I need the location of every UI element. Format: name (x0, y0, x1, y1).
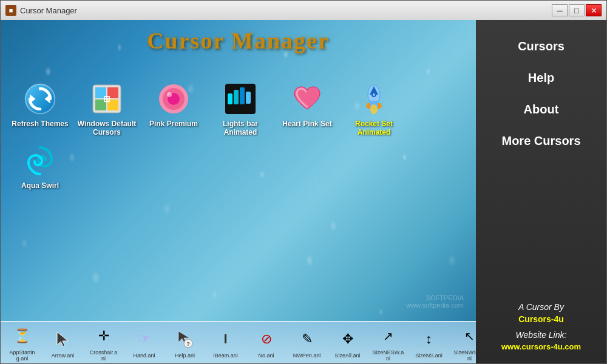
theme-aqua-swirl[interactable]: Aqua Swirl (10, 143, 70, 190)
svg-rect-17 (246, 92, 251, 104)
cursor-strip: ⏳ AppStarting.ani Arrow.ani ✛ Crosshair.… (1, 321, 476, 363)
windows-default-icon: ⊞ (89, 81, 125, 117)
right-footer: A Cursor By Cursors-4u Website Link: www… (482, 290, 600, 351)
cursor-file-crosshair[interactable]: ✛ Crosshair.ani (87, 324, 120, 362)
cursor-name-ibeam: IBeam.ani (213, 352, 238, 359)
main-content: Cursor Manager (1, 20, 606, 363)
theme-heart-pink-set-label: Heart Pink Set (282, 120, 331, 128)
cursor-name-sizeall: SizeAll.ani (334, 352, 360, 359)
cursor-file-no[interactable]: ⊘ No.ani (249, 327, 283, 359)
maximize-button[interactable]: □ (569, 4, 585, 16)
nav-more-cursors[interactable]: More Cursors (482, 127, 600, 155)
svg-rect-14 (228, 93, 232, 104)
svg-point-23 (370, 104, 378, 114)
svg-point-12 (167, 92, 172, 97)
watermark-line2: www.softpedia.com (406, 302, 464, 309)
svg-rect-15 (234, 90, 239, 104)
lights-bar-animated-icon (222, 81, 259, 117)
heart-pink-set-icon (289, 81, 325, 117)
cursor-preview-sizens: ↕ (417, 327, 441, 351)
cursor-preview-help: ? (173, 327, 197, 351)
cursor-name-sizens: SizeNS.ani (415, 352, 443, 359)
svg-rect-16 (240, 87, 245, 104)
theme-heart-pink-set[interactable]: Heart Pink Set (277, 81, 337, 136)
cursor-file-sizenesw[interactable]: ↗ SizeNESW.ani (371, 324, 405, 362)
svg-text:⊞: ⊞ (103, 94, 110, 104)
theme-windows-default-label: Windows Default Cursors (76, 120, 137, 136)
cursor-file-appstarting[interactable]: ⏳ AppStarting.ani (5, 324, 39, 362)
cursor-preview-hand: ☞ (132, 327, 157, 351)
cursor-name-crosshair: Crosshair.ani (90, 349, 118, 362)
left-panel: Cursor Manager (1, 20, 476, 363)
rocket-set-animated-icon (356, 81, 392, 117)
close-button[interactable]: ✕ (586, 4, 602, 16)
cursor-name-arrow: Arrow.ani (52, 352, 75, 359)
theme-pink-premium[interactable]: Pink Premium (143, 81, 204, 136)
app-icon: ■ (5, 5, 16, 16)
cursor-preview-no: ⊘ (254, 327, 279, 351)
theme-pink-premium-label: Pink Premium (149, 120, 198, 128)
svg-point-25 (373, 93, 375, 96)
minimize-button[interactable]: ─ (552, 4, 568, 16)
theme-lights-bar-animated-label: Lights bar Animated (210, 120, 271, 136)
app-window: ■ Cursor Manager ─ □ ✕ Cursor Manager (0, 0, 607, 364)
cursor-file-sizeall[interactable]: ✥ SizeAll.ani (331, 327, 364, 359)
cursor-preview-sizenewse: ↖ (458, 324, 476, 348)
cursor-name-nwpen: NWPen.ani (293, 352, 321, 359)
nav-about[interactable]: About (482, 95, 600, 124)
cursor-name-sizenewse: SizeNWSE.ani (453, 349, 476, 362)
cursor-name-no: No.ani (258, 352, 274, 359)
svg-marker-27 (57, 332, 68, 346)
nav-help[interactable]: Help (482, 64, 600, 92)
app-title: Cursor Manager (147, 27, 330, 54)
svg-marker-21 (366, 103, 370, 109)
theme-lights-bar-animated[interactable]: Lights bar Animated (210, 81, 271, 136)
theme-rocket-set-animated-label: Rocket Set Animated (344, 120, 404, 136)
window-controls: ─ □ ✕ (552, 4, 602, 16)
refresh-icon (22, 81, 58, 117)
cursor-file-arrow[interactable]: Arrow.ani (46, 327, 80, 359)
footer-credit-label: A Cursor By (482, 302, 600, 312)
cursor-preview-ibeam: I (214, 327, 238, 351)
watermark-line1: SOFTPEDIA (406, 294, 464, 302)
theme-refresh-label: Refresh Themes (12, 120, 68, 128)
theme-aqua-swirl-label: Aqua Swirl (21, 181, 59, 190)
cursor-file-ibeam[interactable]: I IBeam.ani (209, 327, 242, 359)
watermark: SOFTPEDIA www.softpedia.com (406, 294, 464, 309)
right-panel: Cursors Help About More Cursors A Cursor… (476, 20, 606, 363)
cursor-preview-crosshair: ✛ (92, 324, 116, 348)
aqua-swirl-icon (22, 143, 58, 179)
cursor-name-hand: Hand.ani (133, 352, 155, 359)
titlebar: ■ Cursor Manager ─ □ ✕ (1, 1, 606, 20)
cursor-name-appstarting: AppStarting.ani (9, 349, 35, 362)
nav-cursors[interactable]: Cursors (482, 32, 600, 61)
cursor-preview-arrow (51, 327, 75, 351)
cursor-file-hand[interactable]: ☞ Hand.ani (127, 327, 161, 359)
cursor-file-help[interactable]: ? Help.ani (168, 327, 202, 359)
theme-windows-default[interactable]: ⊞ Windows Default Cursors (76, 81, 137, 136)
cursor-preview-sizenesw: ↗ (376, 324, 401, 348)
cursor-file-sizenewse[interactable]: ↖ SizeNWSE.ani (453, 324, 476, 362)
cursor-file-sizens[interactable]: ↕ SizeNS.ani (412, 327, 446, 359)
cursor-preview-appstarting: ⏳ (10, 324, 35, 348)
cursor-name-sizenesw: SizeNESW.ani (373, 349, 404, 362)
footer-website-label: Website Link: (482, 330, 600, 340)
cursor-preview-sizeall: ✥ (336, 327, 360, 351)
svg-marker-22 (378, 103, 382, 109)
footer-credit-link[interactable]: Cursors-4u (482, 314, 600, 324)
themes-grid: Refresh Themes ⊞ Windows (7, 78, 470, 193)
theme-refresh[interactable]: Refresh Themes (10, 81, 70, 136)
pink-premium-icon (155, 81, 192, 117)
titlebar-left: ■ Cursor Manager (5, 5, 77, 16)
window-title: Cursor Manager (20, 6, 77, 15)
svg-text:?: ? (186, 341, 190, 347)
theme-rocket-set-animated[interactable]: Rocket Set Animated (344, 81, 404, 136)
cursor-name-help: Help.ani (175, 352, 195, 359)
cursor-file-nwpen[interactable]: ✎ NWPen.ani (290, 327, 324, 359)
footer-website-url[interactable]: www.cursors-4u.com (482, 342, 600, 351)
cursor-preview-nwpen: ✎ (295, 327, 319, 351)
nav-menu: Cursors Help About More Cursors (482, 32, 600, 155)
